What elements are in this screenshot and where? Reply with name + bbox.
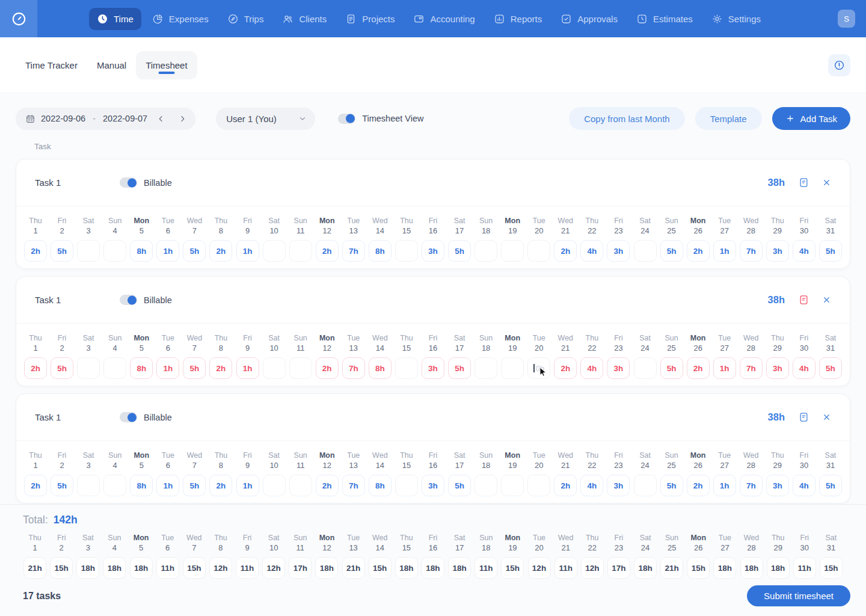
hour-cell-sat-17[interactable]: 5h — [448, 475, 471, 496]
hour-cell-sat-10[interactable] — [263, 357, 286, 379]
hour-cell-fri-2[interactable]: 5h — [51, 357, 73, 379]
hour-cell-thu-22[interactable]: 4h — [580, 475, 603, 496]
hour-cell-mon-19[interactable] — [501, 240, 524, 262]
copy-from-last-month-button[interactable]: Copy from last Month — [569, 107, 685, 130]
hour-cell-wed-14[interactable]: 8h — [369, 240, 392, 262]
hour-cell-wed-21[interactable]: 2h — [554, 357, 577, 379]
hour-cell-tue-13[interactable]: 7h — [342, 475, 365, 496]
hour-cell-mon-19[interactable] — [501, 475, 524, 496]
hour-cell-thu-8[interactable]: 2h — [209, 357, 232, 379]
hour-cell-fri-30[interactable]: 4h — [793, 240, 815, 262]
hour-cell-mon-12[interactable]: 2h — [316, 475, 339, 496]
hour-cell-sat-17[interactable]: 5h — [448, 357, 471, 379]
hour-cell-sat-24[interactable] — [634, 240, 657, 262]
hour-cell-thu-29[interactable]: 3h — [766, 475, 789, 496]
billable-toggle[interactable] — [120, 177, 137, 188]
task-note-button[interactable] — [797, 293, 811, 307]
timesheet-view-toggle[interactable] — [338, 114, 355, 124]
nav-item-estimates[interactable]: Estimates — [628, 8, 701, 30]
app-logo[interactable] — [0, 0, 37, 37]
hour-cell-thu-1[interactable]: 2h — [24, 475, 47, 496]
hour-cell-fri-16[interactable]: 3h — [422, 357, 444, 379]
hour-cell-fri-16[interactable]: 3h — [422, 240, 444, 262]
hour-cell-thu-1[interactable]: 2h — [24, 357, 47, 379]
hour-cell-sat-31[interactable]: 5h — [819, 475, 842, 496]
task-note-button[interactable] — [797, 410, 811, 424]
hour-cell-mon-5[interactable]: 8h — [130, 357, 153, 379]
tab-manual[interactable]: Manual — [87, 51, 136, 79]
hour-cell-tue-6[interactable]: 1h — [156, 240, 179, 262]
hour-cell-sat-31[interactable]: 5h — [819, 240, 842, 262]
hour-cell-sat-17[interactable]: 5h — [448, 240, 471, 262]
nav-item-time[interactable]: Time — [89, 8, 141, 30]
hour-cell-sat-24[interactable] — [634, 475, 657, 496]
hour-cell-wed-28[interactable]: 7h — [740, 475, 763, 496]
date-range-picker[interactable]: 2022-09-06 - 2022-09-07 — [16, 108, 195, 130]
submit-timesheet-button[interactable]: Submit timesheet — [747, 585, 850, 606]
hour-cell-sun-18[interactable] — [474, 240, 497, 262]
hour-cell-thu-15[interactable] — [395, 475, 418, 496]
hour-cell-sun-4[interactable] — [103, 475, 126, 496]
hour-cell-sun-25[interactable]: 5h — [660, 475, 683, 496]
hour-cell-sun-25[interactable]: 5h — [660, 240, 683, 262]
hour-cell-sun-4[interactable] — [103, 357, 126, 379]
hour-cell-thu-8[interactable]: 2h — [209, 475, 232, 496]
add-task-button[interactable]: Add Task — [772, 107, 850, 130]
nav-item-projects[interactable]: Projects — [337, 8, 402, 30]
hour-cell-thu-22[interactable]: 4h — [580, 357, 603, 379]
hour-cell-sun-11[interactable] — [289, 240, 312, 262]
hour-cell-tue-27[interactable]: 1h — [713, 357, 736, 379]
hour-cell-sun-18[interactable] — [474, 475, 497, 496]
hour-cell-fri-30[interactable]: 4h — [793, 357, 815, 379]
hour-cell-tue-6[interactable]: 1h — [156, 357, 179, 379]
hour-cell-fri-23[interactable]: 3h — [607, 357, 630, 379]
billable-toggle[interactable] — [120, 295, 137, 305]
hour-cell-mon-12[interactable]: 2h — [316, 357, 339, 379]
hour-cell-tue-27[interactable]: 1h — [713, 475, 736, 496]
tab-time-tracker[interactable]: Time Tracker — [16, 51, 87, 79]
prev-period-button[interactable] — [153, 114, 169, 124]
hour-cell-sun-18[interactable] — [474, 357, 497, 379]
hour-cell-mon-5[interactable]: 8h — [130, 240, 153, 262]
hour-cell-sat-3[interactable] — [77, 357, 100, 379]
hour-cell-thu-15[interactable] — [395, 240, 418, 262]
hour-cell-fri-2[interactable]: 5h — [51, 475, 73, 496]
hour-cell-mon-26[interactable]: 2h — [687, 357, 710, 379]
hour-cell-wed-7[interactable]: 5h — [183, 475, 206, 496]
nav-item-trips[interactable]: Trips — [220, 8, 272, 30]
nav-item-expenses[interactable]: Expenses — [144, 8, 216, 30]
hour-cell-tue-13[interactable]: 7h — [342, 240, 365, 262]
hour-cell-sun-25[interactable]: 5h — [660, 357, 683, 379]
hour-cell-thu-15[interactable] — [395, 357, 418, 379]
hour-cell-fri-23[interactable]: 3h — [607, 240, 630, 262]
hour-cell-tue-6[interactable]: 1h — [156, 475, 179, 496]
hour-cell-mon-26[interactable]: 2h — [687, 240, 710, 262]
hour-cell-wed-21[interactable]: 2h — [554, 475, 577, 496]
hour-cell-tue-20[interactable] — [527, 475, 550, 496]
hour-cell-thu-29[interactable]: 3h — [766, 357, 789, 379]
hour-cell-sat-31[interactable]: 5h — [819, 357, 842, 379]
hour-cell-wed-14[interactable]: 8h — [369, 475, 392, 496]
hour-cell-sat-3[interactable] — [77, 240, 100, 262]
nav-item-reports[interactable]: Reports — [486, 8, 550, 30]
hour-cell-mon-19[interactable] — [501, 357, 524, 379]
nav-item-clients[interactable]: Clients — [274, 8, 334, 30]
hour-cell-fri-9[interactable]: 1h — [236, 475, 259, 496]
task-remove-button[interactable] — [820, 293, 834, 307]
next-period-button[interactable] — [174, 114, 191, 124]
hour-cell-sun-11[interactable] — [289, 475, 312, 496]
hour-cell-wed-14[interactable]: 8h — [369, 357, 392, 379]
billable-toggle[interactable] — [120, 412, 137, 422]
hour-cell-mon-26[interactable]: 2h — [687, 475, 710, 496]
hour-cell-tue-20[interactable]: 0h — [527, 357, 550, 379]
hour-cell-fri-16[interactable]: 3h — [422, 475, 444, 496]
template-button[interactable]: Template — [695, 107, 762, 130]
hour-cell-fri-9[interactable]: 1h — [236, 240, 259, 262]
hour-cell-sun-11[interactable] — [289, 357, 312, 379]
task-remove-button[interactable] — [820, 410, 834, 424]
hour-cell-sun-4[interactable] — [103, 240, 126, 262]
hour-cell-tue-13[interactable]: 7h — [342, 357, 365, 379]
task-remove-button[interactable] — [820, 176, 834, 189]
nav-item-approvals[interactable]: Approvals — [553, 8, 625, 30]
hour-cell-sat-10[interactable] — [263, 240, 286, 262]
